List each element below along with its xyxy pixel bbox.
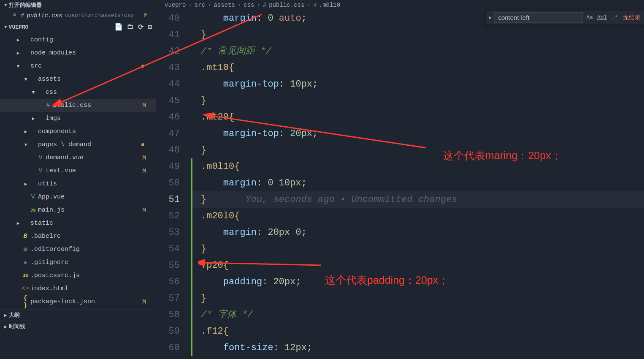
tree-label: demand.vue [46, 154, 143, 161]
tree-item[interactable]: <>index.html [0, 282, 156, 295]
tree-label: .gitignore [30, 259, 152, 266]
project-title: VUEPRO [9, 24, 115, 30]
vue-icon: V [36, 154, 45, 161]
tree-item[interactable]: ▼src [0, 60, 156, 73]
json-icon: { } [21, 295, 30, 309]
code-editor[interactable]: 4041424344454647484950515253545556575859… [156, 10, 644, 359]
open-editor-tab[interactable]: × # public.css vuepro\src\assets\css M [0, 10, 156, 22]
outline-section[interactable]: ▶大纲 [0, 309, 156, 321]
explorer-header[interactable]: ▼ VUEPRO 📄 🗀 ⟳ ⊟ [0, 22, 156, 33]
tree-item[interactable]: ▶components [0, 125, 156, 138]
tree-item[interactable]: ◆.gitignore [0, 256, 156, 269]
git-icon: ◆ [21, 258, 30, 267]
git-status: M [143, 299, 146, 305]
tree-item[interactable]: JS.postcssrc.js [0, 269, 156, 282]
tree-item[interactable]: VApp.vue [0, 190, 156, 204]
tree-label: package-lock.json [30, 298, 143, 305]
tree-item[interactable]: ▼pages \ demand [0, 138, 156, 151]
chevron-right-icon: ▶ [23, 181, 29, 187]
tree-item[interactable]: ▶imgs [0, 112, 156, 125]
tree-item[interactable]: JSmain.jsM [0, 204, 156, 217]
vue-icon: V [29, 193, 37, 201]
tree-label: public.css [53, 102, 143, 109]
tree-item[interactable]: ▼css [0, 86, 156, 99]
css-file-icon: # [21, 12, 24, 19]
open-editors-title: 打开的编辑器 [9, 1, 42, 9]
tree-item[interactable]: Vdemand.vueM [0, 151, 156, 164]
regex-icon[interactable]: .* [610, 14, 619, 21]
tree-item[interactable]: Vtext.vueM [0, 164, 156, 177]
chevron-down-icon: ▼ [4, 3, 7, 8]
open-file-name: public.css [27, 12, 62, 19]
close-icon[interactable]: × [13, 12, 16, 19]
chevron-down-icon: ▼ [23, 142, 29, 147]
new-file-icon[interactable]: 📄 [114, 23, 123, 31]
tree-label: pages \ demand [38, 141, 141, 148]
tree-label: config [30, 36, 152, 44]
chevron-down-icon: ▼ [4, 24, 7, 30]
tree-item[interactable]: ▶static [0, 217, 156, 230]
tree-label: text.vue [46, 167, 143, 174]
tree-label: imgs [46, 115, 152, 122]
file-tree: ▶config▶node_modules▼src▼assets▼css#publ… [0, 33, 156, 309]
tree-label: main.js [38, 207, 143, 214]
chevron-right-icon: ▶ [15, 220, 21, 226]
tree-label: components [38, 128, 152, 135]
tree-item[interactable]: ⚙.editorconfig [0, 243, 156, 256]
css-file-icon: # [263, 2, 266, 8]
open-editors-header[interactable]: ▼ 打开的编辑器 [0, 0, 156, 10]
git-modified-dot [141, 143, 144, 146]
refresh-icon[interactable]: ⟳ [138, 23, 143, 31]
match-word-icon[interactable]: Abl [596, 14, 608, 21]
code-area[interactable]: margin: 0 auto;}/* 常见间距 */.mt10{ margin-… [192, 10, 644, 359]
chevron-right-icon: ▶ [4, 313, 7, 318]
git-status: M [143, 155, 146, 161]
tree-item[interactable]: ▶config [0, 33, 156, 46]
chevron-down-icon: ▼ [15, 64, 21, 69]
tree-label: .postcssrc.js [30, 272, 152, 279]
chevron-right-icon: ▶ [4, 324, 7, 329]
find-input[interactable] [494, 12, 583, 23]
timeline-section[interactable]: ▶时间线 [0, 321, 156, 332]
tree-item[interactable]: ▶node_modules [0, 46, 156, 60]
selector-icon: ⌗ [313, 2, 317, 8]
main-editor: vuepro› src› assets› css› #public.css› ⌗… [156, 0, 644, 359]
tree-label: assets [38, 76, 152, 83]
tree-label: index.html [30, 285, 152, 292]
git-status: M [143, 207, 146, 214]
tree-item[interactable]: { }package-lock.jsonM [0, 295, 156, 308]
css-icon: # [44, 102, 52, 109]
git-modified-dot [141, 65, 144, 68]
collapse-icon[interactable]: ⊟ [148, 23, 152, 31]
new-folder-icon[interactable]: 🗀 [127, 23, 134, 31]
tree-label: src [30, 63, 141, 70]
tree-item[interactable]: ▼assets [0, 73, 156, 86]
chevron-down-icon: ▼ [30, 90, 36, 95]
html-icon: <> [21, 285, 30, 292]
vue-icon: V [36, 167, 45, 174]
line-gutter: 4041424344454647484950515253545556575859… [156, 10, 191, 359]
tree-label: static [30, 220, 152, 227]
git-status: M [143, 168, 146, 174]
chevron-right-icon: ▶ [15, 50, 21, 56]
sidebar: ▼ 打开的编辑器 × # public.css vuepro\src\asset… [0, 0, 156, 359]
tree-label: .babelrc [30, 233, 152, 240]
git-status: M [144, 12, 148, 19]
js-icon: JS [29, 208, 37, 213]
tree-item[interactable]: #public.cssM [0, 99, 156, 112]
chevron-right-icon[interactable]: ▶ [489, 15, 492, 20]
tree-item[interactable]: ▶utils [0, 177, 156, 190]
git-status: M [143, 102, 146, 109]
js-icon: JS [21, 273, 30, 278]
breadcrumbs[interactable]: vuepro› src› assets› css› #public.css› ⌗… [156, 0, 644, 10]
chevron-right-icon: ▶ [15, 37, 21, 43]
tree-item[interactable]: B.babelrc [0, 230, 156, 243]
tree-label: utils [38, 180, 152, 188]
chevron-right-icon: ▶ [23, 129, 29, 134]
babel-icon: B [21, 233, 30, 240]
gear-icon: ⚙ [21, 245, 30, 253]
find-widget[interactable]: ▶ Aa Abl .* 无结果 [486, 11, 644, 24]
match-case-icon[interactable]: Aa [585, 14, 594, 21]
tree-label: css [46, 89, 152, 96]
tree-label: App.vue [38, 193, 152, 201]
